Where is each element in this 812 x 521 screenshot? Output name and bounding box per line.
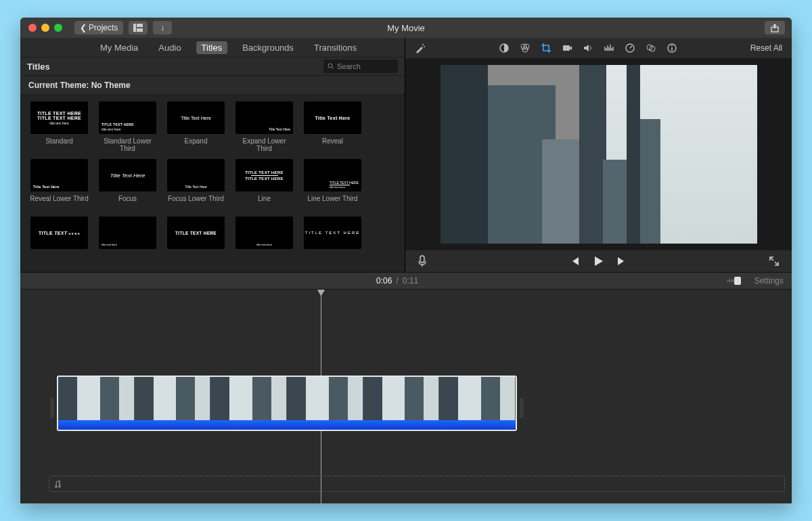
prev-button[interactable] <box>569 256 580 267</box>
title-preset[interactable]: Title Text HereFocus Lower Third <box>166 159 225 210</box>
titles-grid: TITLE TEXT HERETITLE TEXT HEREtitle text… <box>20 95 405 272</box>
title-preset[interactable]: title text here <box>98 217 157 267</box>
title-caption: Expand Lower Third <box>235 137 294 152</box>
import-button[interactable]: ↓ <box>153 21 172 35</box>
fullscreen-icon[interactable] <box>769 256 780 267</box>
title-thumbnail: Title Text Here <box>167 101 225 134</box>
title-caption: Focus <box>118 195 137 210</box>
title-caption: Line Lower Third <box>307 195 357 210</box>
svg-line-5 <box>332 68 334 70</box>
title-preset[interactable]: TITLE TEXT H E R E <box>30 217 89 267</box>
title-preset[interactable]: TITLE TEXT HERETITLE TEXT HERELine <box>235 159 294 210</box>
current-time: 0:06 <box>376 276 392 286</box>
title-caption: Reveal <box>322 137 343 152</box>
title-preset[interactable]: Title Text HereExpand Lower Third <box>235 101 294 152</box>
svg-point-7 <box>424 46 425 47</box>
search-icon <box>328 63 334 70</box>
titlebar: ❮ Projects ↓ My Movie <box>20 18 792 38</box>
title-thumbnail: title text here <box>235 217 293 249</box>
title-caption: Standard <box>45 137 73 152</box>
clip-trim-left[interactable] <box>50 398 54 418</box>
video-clip[interactable] <box>57 376 517 431</box>
color-balance-icon[interactable] <box>499 43 510 53</box>
projects-back-button[interactable]: ❮ Projects <box>74 21 123 35</box>
title-preset[interactable]: Title Text HereReveal <box>303 101 362 152</box>
viewer-toolbar: Reset All <box>405 38 792 58</box>
title-thumbnail: TITLE TEXT HERETITLE TEXT HERE <box>235 159 293 191</box>
title-caption: Focus Lower Third <box>168 195 224 210</box>
play-button[interactable] <box>592 255 604 267</box>
svg-rect-1 <box>137 24 143 27</box>
title-thumbnail: title text here <box>99 217 156 249</box>
info-icon[interactable] <box>667 43 677 53</box>
timeline-header: 0:06 / 0:11 Settings <box>20 272 792 290</box>
crop-icon[interactable] <box>541 43 551 53</box>
svg-point-6 <box>422 44 424 45</box>
stabilization-icon[interactable] <box>562 43 572 53</box>
tab-backgrounds[interactable]: Backgrounds <box>237 41 299 54</box>
voiceover-icon[interactable] <box>418 255 427 267</box>
clip-trim-right[interactable] <box>520 398 524 418</box>
section-header: Titles Search <box>20 57 405 76</box>
title-thumbnail: TITLE TEXT HERETITLE TEXT HEREtitle text… <box>30 101 88 134</box>
media-library-button[interactable] <box>129 21 148 35</box>
tab-titles[interactable]: Titles <box>196 41 228 54</box>
title-thumbnail: Title Text Here <box>235 101 293 134</box>
time-separator: / <box>396 276 398 286</box>
svg-rect-0 <box>133 24 136 32</box>
video-viewer[interactable] <box>405 58 792 250</box>
speed-icon[interactable] <box>625 43 635 53</box>
title-caption: Reveal Lower Third <box>30 195 89 210</box>
share-button[interactable] <box>765 21 785 35</box>
title-thumbnail: Title Text Here <box>167 159 225 191</box>
title-thumbnail: TITLE TEXT HERE <box>167 217 225 249</box>
title-preset[interactable]: Title Text HereReveal Lower Third <box>30 159 89 210</box>
close-window-button[interactable] <box>28 24 37 32</box>
zoom-slider[interactable] <box>727 279 741 282</box>
title-thumbnail: TITLE TEXT HEREtitle text here <box>99 101 156 134</box>
svg-line-14 <box>630 46 632 48</box>
settings-button[interactable]: Settings <box>754 276 784 286</box>
title-preset[interactable]: TITLE TEXT HEREtitle text hereStandard L… <box>98 101 157 152</box>
title-preset[interactable]: Title Text HereExpand <box>166 101 225 152</box>
svg-point-4 <box>328 64 332 68</box>
reset-all-button[interactable]: Reset All <box>750 43 782 53</box>
title-preset[interactable]: TITLE TEXT HERE <box>303 217 362 267</box>
minimize-window-button[interactable] <box>41 24 49 32</box>
next-button[interactable] <box>616 256 627 267</box>
title-preset[interactable]: TITLE TEXT HERE <box>166 217 225 267</box>
clip-audio-waveform <box>58 420 516 430</box>
title-preset[interactable]: TITLE TEXT HERETITLE TEXT HEREtitle text… <box>30 101 89 152</box>
clip-thumbnails <box>58 377 516 420</box>
filters-icon[interactable] <box>646 43 656 53</box>
title-thumbnail: TITLE TEXT HEREtitle text here <box>304 159 361 191</box>
svg-rect-2 <box>137 28 143 32</box>
volume-icon[interactable] <box>583 43 593 53</box>
title-thumbnail: Title Text Here <box>304 101 361 134</box>
theme-row: Current Theme: No Theme <box>20 76 405 95</box>
title-preset[interactable]: TITLE TEXT HEREtitle text hereLine Lower… <box>303 159 362 210</box>
svg-rect-12 <box>563 45 570 51</box>
window-controls <box>28 24 62 32</box>
share-icon <box>770 23 780 32</box>
color-correction-icon[interactable] <box>520 43 531 53</box>
maximize-window-button[interactable] <box>54 24 62 32</box>
svg-point-19 <box>671 45 673 47</box>
video-frame <box>441 65 757 244</box>
music-track[interactable] <box>49 476 785 492</box>
title-caption: Line <box>258 195 271 210</box>
browser-pane: My Media Audio Titles Backgrounds Transi… <box>20 38 405 272</box>
total-time: 0:11 <box>403 276 418 286</box>
tab-transitions[interactable]: Transitions <box>309 41 362 54</box>
search-input[interactable]: Search <box>323 60 398 73</box>
timeline[interactable] <box>20 290 792 503</box>
svg-line-22 <box>775 262 777 265</box>
title-preset[interactable]: Title Text HereFocus <box>98 159 157 210</box>
search-placeholder: Search <box>337 62 361 70</box>
magic-enhance-icon[interactable] <box>415 43 426 53</box>
noise-reduction-icon[interactable] <box>604 43 614 53</box>
tab-audio[interactable]: Audio <box>153 41 186 54</box>
title-caption: Expand <box>185 137 208 152</box>
title-preset[interactable]: title text here <box>235 217 294 267</box>
tab-my-media[interactable]: My Media <box>95 41 143 54</box>
